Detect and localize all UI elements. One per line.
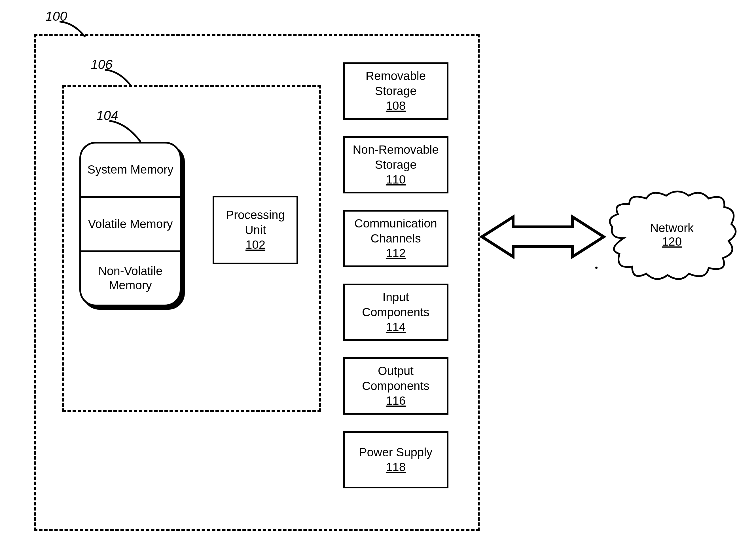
input-components-block: Input Components 114 xyxy=(343,284,448,341)
processing-unit-id: 102 xyxy=(246,237,265,253)
nonremovable-storage-l2: Storage xyxy=(375,157,416,172)
network-label: Network xyxy=(650,221,694,235)
input-l2: Components xyxy=(362,305,430,320)
network-cloud: Network 120 xyxy=(607,187,737,284)
removable-storage-l1: Removable xyxy=(366,69,426,84)
stray-dot xyxy=(595,267,598,269)
output-components-block: Output Components 116 xyxy=(343,357,448,415)
memory-volatile: Volatile Memory xyxy=(81,196,180,250)
non-removable-storage-block: Non-Removable Storage 110 xyxy=(343,136,448,194)
output-l2: Components xyxy=(362,379,430,394)
processing-unit-label2: Unit xyxy=(245,223,266,238)
communication-l2: Channels xyxy=(371,231,421,246)
memory-system: System Memory xyxy=(81,144,180,196)
input-l1: Input xyxy=(382,290,409,305)
system-memory-block: System Memory Volatile Memory Non-Volati… xyxy=(80,142,181,306)
input-id: 114 xyxy=(386,320,406,335)
removable-storage-l2: Storage xyxy=(375,84,416,99)
diagram-canvas: 100 106 104 System Memory Volatile Memor… xyxy=(0,0,756,557)
memory-nonvolatile: Non-Volatile Memory xyxy=(81,251,180,304)
bidirectional-arrow xyxy=(479,208,607,266)
communication-l1: Communication xyxy=(354,216,437,231)
processing-unit-label1: Processing xyxy=(226,208,285,223)
network-id: 120 xyxy=(662,235,682,248)
output-id: 116 xyxy=(386,393,406,408)
nonremovable-storage-l1: Non-Removable xyxy=(353,142,439,157)
power-supply-block: Power Supply 118 xyxy=(343,431,448,488)
processing-unit-block: Processing Unit 102 xyxy=(213,196,298,264)
communication-channels-block: Communication Channels 112 xyxy=(343,210,448,267)
power-id: 118 xyxy=(386,460,406,475)
power-l1: Power Supply xyxy=(359,445,432,460)
communication-id: 112 xyxy=(386,246,406,261)
nonremovable-storage-id: 110 xyxy=(386,172,406,187)
removable-storage-block: Removable Storage 108 xyxy=(343,62,448,120)
removable-storage-id: 108 xyxy=(386,98,406,113)
output-l1: Output xyxy=(378,363,414,379)
svg-marker-0 xyxy=(482,217,604,257)
